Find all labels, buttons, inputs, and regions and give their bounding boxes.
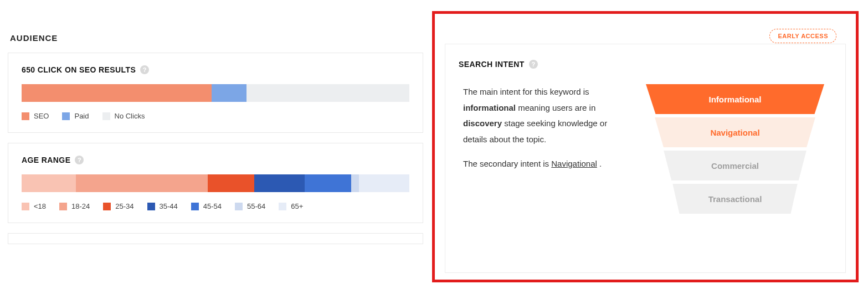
audience-section: AUDIENCE 650 CLICK ON SEO RESULTS ? SEO …: [8, 0, 423, 254]
legend-item-45-54: 45-54: [191, 202, 222, 210]
search-intent-highlight: EARLY ACCESS SEARCH INTENT ? The main in…: [432, 11, 859, 282]
swatch-icon: [191, 203, 199, 210]
intent-text-fragment: .: [599, 159, 602, 168]
legend-item-35-44: 35-44: [147, 202, 178, 210]
seo-clicks-panel: 650 CLICK ON SEO RESULTS ? SEO Paid No C…: [8, 53, 423, 133]
intent-bold-informational: informational: [463, 103, 516, 112]
swatch-icon: [279, 203, 286, 210]
search-intent-title: SEARCH INTENT: [459, 60, 525, 69]
funnel-step-navigational: Navigational: [648, 117, 823, 147]
legend-label: No Clicks: [115, 112, 145, 120]
intent-text-fragment: meaning users are in: [518, 103, 595, 112]
swatch-icon: [147, 203, 155, 210]
intent-description: The main intent for this keyword is info…: [459, 84, 625, 217]
legend-label: SEO: [34, 112, 49, 120]
legend-label: 25-34: [115, 202, 133, 210]
funnel-step-commercial: Commercial: [658, 151, 813, 180]
funnel-step-informational: Informational: [638, 84, 832, 114]
legend-label: 35-44: [160, 202, 178, 210]
swatch-icon: [235, 203, 243, 210]
swatch-icon: [102, 112, 110, 120]
seo-clicks-title: 650 CLICK ON SEO RESULTS: [22, 65, 136, 74]
age-25-34-segment: [208, 174, 254, 192]
seo-clicks-legend: SEO Paid No Clicks: [22, 112, 409, 120]
legend-label: 18-24: [71, 202, 90, 210]
intent-funnel-chart: Informational Navigational Commercial Tr…: [638, 84, 832, 217]
empty-panel: [8, 233, 423, 244]
age-18-24-segment: [76, 174, 208, 192]
age-range-title: AGE RANGE: [22, 156, 70, 164]
age-35-44-segment: [254, 174, 305, 192]
intent-link-navigational[interactable]: Navigational: [551, 159, 597, 168]
intent-bold-discovery: discovery: [463, 118, 502, 128]
early-access-badge: EARLY ACCESS: [769, 29, 836, 43]
intent-text-fragment: The main intent for this keyword is: [463, 87, 589, 96]
legend-item-lt18: <18: [22, 202, 46, 210]
legend-item-seo: SEO: [22, 112, 49, 120]
help-icon[interactable]: ?: [529, 60, 538, 69]
swatch-icon: [103, 203, 111, 210]
search-intent-panel: EARLY ACCESS SEARCH INTENT ? The main in…: [445, 44, 846, 273]
age-65p-segment: [359, 174, 409, 192]
audience-section-title: AUDIENCE: [10, 33, 423, 43]
help-icon[interactable]: ?: [75, 156, 84, 164]
legend-item-noclicks: No Clicks: [102, 112, 145, 120]
age-55-64-segment: [351, 174, 359, 192]
legend-label: Paid: [74, 112, 89, 120]
swatch-icon: [62, 112, 70, 120]
swatch-icon: [22, 203, 29, 210]
legend-label: 65+: [291, 202, 303, 210]
legend-item-65p: 65+: [279, 202, 303, 210]
legend-item-paid: Paid: [62, 112, 89, 120]
intent-text-fragment: The secondary intent is: [463, 159, 551, 168]
swatch-icon: [22, 112, 29, 120]
legend-label: 55-64: [247, 202, 265, 210]
legend-item-18-24: 18-24: [59, 202, 90, 210]
legend-label: 45-54: [203, 202, 222, 210]
age-45-54-segment: [305, 174, 351, 192]
age-range-panel: AGE RANGE ? <18 18-24 25-34 35-44 45-54 …: [8, 143, 423, 223]
help-icon[interactable]: ?: [140, 65, 149, 74]
noclicks-segment: [246, 84, 409, 102]
swatch-icon: [59, 203, 67, 210]
funnel-step-transactional: Transactional: [667, 184, 803, 214]
seo-clicks-chart: [22, 84, 409, 102]
legend-item-55-64: 55-64: [235, 202, 265, 210]
age-range-legend: <18 18-24 25-34 35-44 45-54 55-64 65+: [22, 202, 409, 210]
legend-item-25-34: 25-34: [103, 202, 133, 210]
age-lt18-segment: [22, 174, 76, 192]
seo-segment: [22, 84, 212, 102]
paid-segment: [212, 84, 246, 102]
legend-label: <18: [34, 202, 46, 210]
age-range-chart: [22, 174, 409, 192]
